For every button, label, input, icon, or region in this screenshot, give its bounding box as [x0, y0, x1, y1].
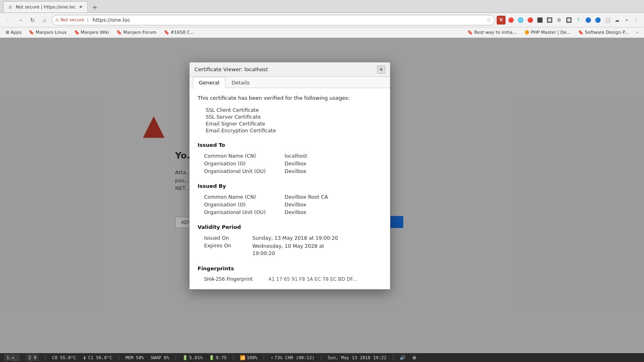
validity-section: Validity Period	[198, 224, 382, 230]
chr-status: ⚡ 73% CHR (00:12)	[270, 355, 314, 360]
back-button[interactable]: ←	[3, 15, 14, 25]
bookmark-manjaro-forum[interactable]: 🔖 Manjaro Forum	[114, 29, 159, 35]
swap-status: SWAP 8%	[151, 355, 169, 360]
content-area: ▲ Yo... Atta... pas... NET... ADV... Cer…	[0, 38, 644, 353]
sha256-value: 41 17 65 91 F8 1A EC 78 EC BD DF...	[268, 276, 376, 282]
issued-on-label: Issued On	[204, 235, 252, 241]
datetime-status: Sun, May 13 2018 19:22	[328, 355, 386, 360]
status-divider-2	[119, 355, 119, 360]
validity-table: Issued On Sunday, 13 May 2018 at 19:00:2…	[198, 234, 382, 257]
bookmark-software-design[interactable]: 🔖 Software Design P...	[576, 29, 631, 35]
tab-close[interactable]: ✕	[79, 4, 83, 10]
bookmark-apps[interactable]: ⊞ Apps	[3, 29, 24, 35]
tab-general[interactable]: General	[193, 77, 225, 88]
ext-icon-11[interactable]: 🔵	[593, 16, 602, 25]
issued-by-cn-value: Devilbox Root CA	[285, 194, 376, 200]
ext-icon-4[interactable]: 🔴	[526, 16, 535, 25]
browser-tab[interactable]: ⚠ Not secure | https://one.loc ✕	[3, 1, 88, 12]
ext-icon-2[interactable]: 🔴	[506, 16, 515, 25]
ext-icon-9[interactable]: f	[574, 16, 583, 25]
issued-by-cn-row: Common Name (CN) Devilbox Root CA	[198, 193, 382, 201]
more-extensions[interactable]: »	[622, 16, 631, 25]
ext-icon-8[interactable]: 🔲	[564, 16, 573, 25]
battery-icon-2: 🔋	[209, 355, 215, 360]
issued-to-cn-label: Common Name (CN)	[204, 153, 285, 159]
bookmark-icon-2: 🔖	[74, 30, 80, 35]
issued-to-ou-value: Devilbox	[285, 168, 376, 174]
expires-on-row: Expires On Wednesday, 10 May 2028 at19:0…	[198, 242, 382, 257]
fingerprints-section: Fingerprints	[198, 265, 382, 272]
temp-icon: 🌡	[83, 355, 87, 360]
screen-status: 🖥	[412, 355, 416, 360]
status-divider-1	[45, 355, 45, 360]
issued-by-ou-label: Organisational Unit (OU)	[204, 209, 285, 215]
bookmark-manjaro-wiki[interactable]: 🔖 Manjaro Wiki	[72, 29, 112, 35]
issued-by-cn-label: Common Name (CN)	[204, 194, 285, 200]
ext-icon-12[interactable]: ⬜	[603, 16, 612, 25]
issued-to-ou-label: Organisational Unit (OU)	[204, 168, 285, 174]
refresh-button[interactable]: ↻	[27, 15, 38, 25]
home-button[interactable]: ⌂	[39, 15, 50, 25]
tab-title: Not secure | https://one.loc	[16, 4, 76, 10]
issued-by-o-value: Devilbox	[285, 202, 376, 208]
bookmark-icon-3: 🔖	[116, 30, 122, 35]
stat2-status: 🔋 0.75	[209, 355, 227, 360]
issued-by-section: Issued By	[198, 183, 382, 189]
bookmark-issue[interactable]: 🔖 #1658 C...	[161, 29, 197, 35]
browser-frame: ⚠ Not secure | https://one.loc ✕ + ← → ↻…	[0, 0, 644, 362]
url-text[interactable]: https://one.loc	[93, 17, 484, 23]
bookmark-icon-5: 🔖	[467, 30, 473, 35]
wifi-status: 📶 100%	[240, 355, 258, 360]
ext-icon-3[interactable]: 🌐	[516, 16, 525, 25]
bookmark-manjaro-linux[interactable]: 🔖 Manjaro Linux	[26, 29, 69, 35]
taskbar-item-2[interactable]: 2 9	[26, 354, 39, 361]
ext-icon-13[interactable]: ☁	[613, 16, 621, 25]
address-bar[interactable]: ⚠ Not secure | https://one.loc ☆	[52, 15, 495, 25]
tab-bar: ⚠ Not secure | https://one.loc ✕ +	[0, 0, 644, 13]
bookmarks-bar: ⊞ Apps 🔖 Manjaro Linux 🔖 Manjaro Wiki 🔖 …	[0, 27, 644, 38]
issued-by-ou-value: Devilbox	[285, 209, 376, 215]
usage-header: This certificate has been verified for t…	[198, 95, 382, 102]
star-icon[interactable]: ☆	[486, 17, 491, 23]
ext-icon-10[interactable]: 🔵	[584, 16, 592, 25]
issued-to-ou-row: Organisational Unit (OU) Devilbox	[198, 167, 382, 175]
issued-on-row: Issued On Sunday, 13 May 2018 at 19:00:2…	[198, 234, 382, 242]
forward-button[interactable]: →	[15, 15, 26, 25]
dialog-tabs: General Details	[190, 77, 390, 88]
taskbar-terminal[interactable]: 1.>_	[4, 354, 20, 361]
issued-to-o-value: Devilbox	[285, 160, 376, 167]
issued-to-table: Common Name (CN) localhost Organisation …	[198, 152, 382, 175]
new-tab-button[interactable]: +	[89, 2, 100, 12]
ext-icon-5[interactable]: ⬛	[535, 16, 544, 25]
dialog-close-button[interactable]: ✕	[377, 66, 385, 74]
status-divider-7	[393, 355, 393, 360]
warning-icon: ⚠	[55, 17, 59, 23]
bookmark-php-master[interactable]: 🔶 PHP Master | De...	[522, 29, 573, 35]
bookmark-icon-1: 🔖	[29, 30, 34, 35]
volume-icon: 🔊	[400, 355, 405, 360]
ext-icon-6[interactable]: 🔲	[545, 16, 554, 25]
volume-status: 🔊	[400, 355, 405, 360]
dialog-body[interactable]: This certificate has been verified for t…	[190, 88, 390, 289]
tab-details[interactable]: Details	[225, 77, 256, 88]
issued-by-o-label: Organisation (O)	[204, 202, 285, 208]
not-secure-indicator: ⚠ Not secure |	[55, 17, 90, 23]
usage-item-email-signer: Email Signer Certificate	[206, 120, 382, 127]
wifi-icon: 📶	[240, 355, 246, 360]
cpu1-status: 🌡 C1 56.0°C	[83, 355, 112, 360]
usage-item-email-encryption: Email Encryption Certificate	[206, 127, 382, 134]
menu-button[interactable]: ⋮	[632, 16, 641, 25]
ext-icon-7[interactable]: ⚙	[555, 16, 564, 25]
status-divider-4	[233, 355, 233, 360]
status-divider-3	[175, 355, 176, 360]
issued-by-ou-row: Organisational Unit (OU) Devilbox	[198, 208, 382, 216]
bookmark-best-way[interactable]: 🔖 Best way to initia...	[465, 29, 519, 35]
ext-icon-1[interactable]: V	[497, 16, 506, 25]
expires-on-value: Wednesday, 10 May 2028 at19:00:20	[252, 243, 376, 257]
issued-to-cn-value: localhost	[285, 153, 376, 159]
nav-bar: ← → ↻ ⌂ ⚠ Not secure | https://one.loc ☆…	[0, 13, 644, 27]
tab-favicon: ⚠	[8, 4, 12, 10]
extension-icons: V 🔴 🌐 🔴 ⬛ 🔲 ⚙ 🔲 f 🔵 🔵 ⬜ ☁ » ⋮	[497, 16, 641, 25]
issued-on-value: Sunday, 13 May 2018 at 19:00:20	[252, 235, 376, 241]
bookmark-more[interactable]: »	[634, 30, 641, 35]
